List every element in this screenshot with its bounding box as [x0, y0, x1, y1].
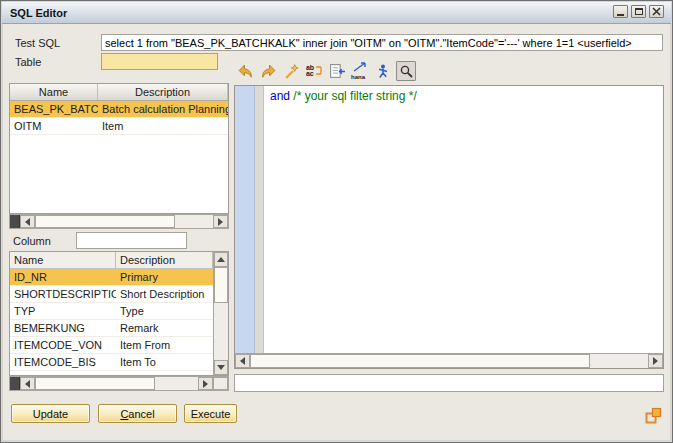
editor-gutter — [235, 86, 255, 353]
scroll-right-button[interactable] — [198, 377, 213, 390]
scroll-down-button[interactable] — [214, 360, 228, 375]
update-button[interactable]: Update — [11, 404, 90, 423]
window-controls — [610, 5, 664, 18]
editor-hscrollbar — [235, 353, 663, 368]
scroll-left-button[interactable] — [20, 377, 35, 390]
column-input[interactable] — [76, 232, 187, 249]
hana-icon-text: hana — [351, 74, 365, 80]
vscroll-thumb[interactable] — [214, 267, 228, 303]
scroll-right-button[interactable] — [213, 215, 228, 228]
columns-grid-body: Name Description ID_NR Primary SHORTDESC… — [10, 252, 213, 375]
sql-comment: /* your sql filter string */ — [293, 89, 416, 103]
scroll-up-icon — [217, 253, 225, 262]
columns-grid-header-description[interactable]: Description — [116, 252, 213, 268]
table-row[interactable]: BEAS_PK_BATCHKALK Batch calculation Plan… — [10, 101, 228, 118]
scroll-left-button[interactable] — [235, 354, 250, 368]
test-sql-label: Test SQL — [15, 37, 60, 49]
table-row-description: Item — [98, 118, 228, 134]
scroll-up-button[interactable] — [214, 252, 228, 267]
table-row[interactable]: OITM Item — [10, 118, 228, 135]
tables-grid-header: Name Description — [10, 84, 228, 101]
cancel-button[interactable]: Cancel — [98, 404, 177, 423]
editor-body: and /* your sql filter string */ — [235, 86, 663, 353]
column-row[interactable]: BEMERKUNG Remark — [10, 320, 213, 337]
columns-grid-hscrollbar — [9, 376, 229, 391]
sql-keyword: and — [270, 89, 293, 103]
window-title: SQL Editor — [10, 7, 67, 19]
hana-convert-icon[interactable]: hana — [350, 61, 370, 81]
cancel-button-label-underline: C — [120, 408, 128, 420]
execute-button[interactable]: Execute — [184, 404, 237, 423]
columns-grid-vscrollbar — [213, 252, 228, 375]
table-label: Table — [15, 56, 41, 68]
scroll-left-icon — [236, 357, 245, 365]
cancel-button-label: ancel — [128, 408, 154, 420]
hscroll-track[interactable] — [155, 377, 198, 390]
close-button[interactable] — [649, 5, 664, 18]
column-row[interactable]: SHORTDESCRIPTION Short Description — [10, 286, 213, 303]
grid-scroll-corner[interactable] — [10, 377, 20, 390]
execute-button-label: Execute — [191, 408, 231, 420]
tables-grid-header-name[interactable]: Name — [10, 84, 98, 100]
hscroll-thumb[interactable] — [35, 215, 175, 228]
replace-icon[interactable]: abac — [304, 61, 324, 81]
tables-grid: Name Description BEAS_PK_BATCHKALK Batch… — [9, 83, 229, 214]
column-row-description: Primary — [116, 269, 213, 285]
redo-icon[interactable] — [258, 61, 278, 81]
column-row-description: Short Description — [116, 286, 213, 302]
scroll-down-icon — [217, 365, 225, 374]
scroll-right-button[interactable] — [648, 354, 663, 368]
column-label: Column — [13, 235, 51, 247]
column-row-description: Item From — [116, 337, 213, 353]
scroll-left-icon — [21, 218, 30, 226]
replace-icon-text-bottom: ac — [306, 70, 314, 77]
test-sql-input[interactable] — [101, 34, 663, 51]
tables-grid-header-description[interactable]: Description — [98, 84, 228, 100]
column-row[interactable]: TYP Type — [10, 303, 213, 320]
column-row-name: ID_NR — [10, 269, 116, 285]
column-row-name: BEMERKUNG — [10, 320, 116, 336]
columns-grid-header: Name Description — [10, 252, 213, 269]
scroll-left-icon — [21, 380, 30, 388]
update-button-label: Update — [33, 408, 68, 420]
hscroll-track[interactable] — [590, 354, 648, 368]
maximize-button[interactable] — [631, 5, 646, 18]
table-row-name: OITM — [10, 118, 98, 134]
minimize-button[interactable] — [613, 5, 628, 18]
grid-scroll-corner[interactable] — [10, 215, 20, 228]
person-icon[interactable] — [373, 61, 393, 81]
column-row[interactable]: ITEMCODE_BIS Item To — [10, 354, 213, 371]
column-row[interactable]: ITEMCODE_VON Item From — [10, 337, 213, 354]
table-row-name: BEAS_PK_BATCHKALK — [10, 101, 98, 117]
goto-icon[interactable] — [327, 61, 347, 81]
hscroll-track[interactable] — [175, 215, 213, 228]
undo-icon[interactable] — [235, 61, 255, 81]
search-icon[interactable] — [396, 61, 416, 81]
form-resize-icon[interactable] — [645, 407, 662, 424]
column-row-name: ITEMCODE_VON — [10, 337, 116, 353]
editor-fold-margin — [255, 86, 264, 353]
titlebar[interactable]: SQL Editor — [2, 2, 671, 24]
close-icon — [652, 7, 661, 16]
hscroll-thumb[interactable] — [250, 354, 590, 368]
vscroll-track[interactable] — [214, 303, 228, 360]
columns-grid: Name Description ID_NR Primary SHORTDESC… — [9, 251, 229, 376]
scrollbar-corner — [213, 377, 228, 390]
columns-grid-header-name[interactable]: Name — [10, 252, 116, 268]
wand-icon[interactable] — [281, 61, 301, 81]
column-row-name: ITEMCODE_BIS — [10, 354, 116, 370]
editor-toolbar: abac hana — [235, 60, 416, 82]
code-area[interactable]: and /* your sql filter string */ — [264, 86, 663, 353]
table-row-description: Batch calculation Planning — [98, 101, 228, 117]
scroll-right-icon — [653, 357, 662, 365]
table-input[interactable] — [101, 53, 218, 70]
column-row-description: Remark — [116, 320, 213, 336]
hscroll-thumb[interactable] — [35, 377, 155, 390]
column-row[interactable]: ID_NR Primary — [10, 269, 213, 286]
scroll-right-icon — [203, 380, 212, 388]
editor-bottom-input[interactable] — [234, 374, 664, 392]
scroll-left-button[interactable] — [20, 215, 35, 228]
maximize-icon — [635, 8, 643, 15]
column-row-description: Item To — [116, 354, 213, 370]
sql-editor-window: SQL Editor Test SQL Table abac han — [0, 0, 673, 443]
